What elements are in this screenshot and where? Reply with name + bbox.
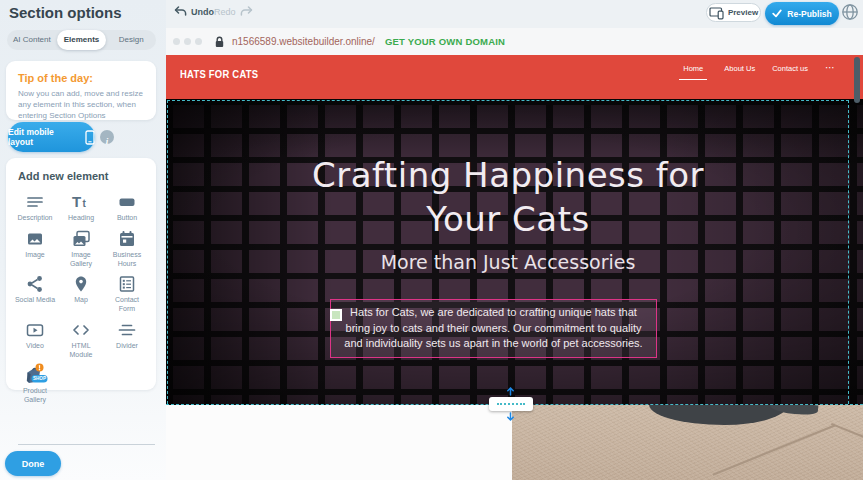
- resize-arrow-down-icon: [505, 412, 516, 421]
- business-hours-icon: [117, 229, 137, 249]
- element-image-gallery[interactable]: Image Gallery: [58, 225, 104, 269]
- preview-button[interactable]: Preview: [706, 3, 761, 22]
- hero-paragraph-text: Hats for Cats, we are dedicated to craft…: [344, 306, 642, 349]
- element-video[interactable]: Video: [12, 316, 58, 360]
- nav-item-home[interactable]: Home: [679, 64, 707, 80]
- description-icon: [25, 192, 45, 212]
- element-contact-form[interactable]: Contact Form: [104, 270, 150, 314]
- edit-mobile-layout-button[interactable]: Edit mobile layout: [8, 122, 95, 152]
- panel-tabs: AI Content Elements Design: [7, 30, 156, 50]
- svg-text:t: t: [83, 198, 87, 209]
- lock-icon: [214, 36, 225, 48]
- divider-icon: [117, 320, 137, 340]
- html-module-icon: [71, 320, 91, 340]
- hero-subheading[interactable]: More than Just Accessories: [166, 251, 850, 273]
- site-header: HATS FOR CATS Home About Us Contact us ⋯: [166, 55, 863, 99]
- hero-heading[interactable]: Crafting Happiness for Your Cats: [166, 154, 850, 241]
- element-divider[interactable]: Divider: [104, 316, 150, 360]
- element-button[interactable]: Button: [104, 188, 150, 223]
- tip-body: Now you can add, move and resize any ele…: [18, 88, 146, 122]
- redo-icon: [240, 6, 253, 17]
- element-grid: Description Tt Heading Button Image Imag…: [6, 184, 156, 409]
- done-button[interactable]: Done: [5, 451, 61, 476]
- page-title: Section options: [9, 4, 122, 21]
- republish-label: Re-Publish: [787, 9, 831, 19]
- element-description[interactable]: Description: [12, 188, 58, 223]
- product-gallery-icon: SHOP: [22, 365, 49, 385]
- divider-line: [18, 444, 155, 445]
- hero-heading-line2: Your Cats: [166, 198, 850, 242]
- undo-button[interactable]: Undo: [174, 6, 214, 17]
- redo-button[interactable]: Redo: [214, 6, 253, 17]
- selection-handle[interactable]: [330, 309, 342, 321]
- element-label: Product Gallery: [14, 387, 56, 405]
- hero-heading-line1: Crafting Happiness for: [166, 154, 850, 198]
- browser-dot: [195, 38, 202, 45]
- social-media-icon: [25, 274, 45, 294]
- element-label: Social Media: [15, 296, 55, 305]
- resize-arrow-up-icon: [505, 387, 516, 396]
- element-label: HTML Module: [60, 342, 102, 360]
- element-product-gallery[interactable]: SHOP Product Gallery: [12, 361, 58, 405]
- tab-elements[interactable]: Elements: [57, 30, 107, 50]
- element-label: Heading: [68, 214, 94, 223]
- section-resize-handle[interactable]: [489, 397, 533, 411]
- preview-scrollbar[interactable]: [854, 57, 860, 103]
- edit-mobile-label: Edit mobile layout: [8, 127, 79, 147]
- globe-icon[interactable]: [841, 3, 859, 21]
- element-label: Contact Form: [106, 296, 148, 314]
- hero-paragraph[interactable]: Hats for Cats, we are dedicated to craft…: [330, 299, 657, 358]
- svg-text:T: T: [72, 193, 81, 210]
- heading-icon: Tt: [71, 192, 91, 212]
- video-icon: [25, 320, 45, 340]
- contact-form-icon: [117, 274, 137, 294]
- drag-dots-icon: [497, 403, 525, 405]
- element-label: Divider: [116, 342, 138, 351]
- pavement-joint: [713, 424, 836, 475]
- element-label: Business Hours: [106, 251, 148, 269]
- tip-title: Tip of the day:: [18, 72, 156, 84]
- phone-icon: [85, 130, 95, 145]
- hero-section: Crafting Happiness for Your Cats More th…: [166, 99, 863, 405]
- element-html-module[interactable]: HTML Module: [58, 316, 104, 360]
- undo-label: Undo: [191, 7, 214, 17]
- preview-label: Preview: [728, 8, 758, 17]
- element-heading[interactable]: Tt Heading: [58, 188, 104, 223]
- tab-ai-content[interactable]: AI Content: [7, 30, 57, 50]
- element-label: Description: [17, 214, 52, 223]
- tab-design[interactable]: Design: [106, 30, 156, 50]
- browser-dot: [173, 38, 180, 45]
- element-image[interactable]: Image: [12, 225, 58, 269]
- browser-address-bar: n1566589.websitebuilder.online/ GET YOUR…: [166, 28, 863, 55]
- undo-icon: [174, 6, 187, 17]
- site-logo[interactable]: HATS FOR CATS: [180, 68, 258, 80]
- element-business-hours[interactable]: Business Hours: [104, 225, 150, 269]
- map-icon: [71, 274, 91, 294]
- nav-more-menu[interactable]: ⋯: [825, 64, 835, 71]
- carpet-image: [512, 405, 863, 480]
- shadow-shape: [645, 405, 790, 425]
- browser-dot: [184, 38, 191, 45]
- tip-of-the-day-card: Tip of the day: Now you can add, move an…: [6, 61, 156, 120]
- element-label: Image Gallery: [60, 251, 102, 269]
- shop-badge-label: SHOP: [32, 377, 45, 382]
- get-domain-link[interactable]: GET YOUR OWN DOMAIN: [385, 36, 505, 47]
- browser-dots: [173, 38, 202, 45]
- nav-item-about-us[interactable]: About Us: [724, 64, 755, 73]
- element-label: Button: [117, 214, 137, 223]
- republish-button[interactable]: Re-Publish: [765, 2, 839, 25]
- element-label: Image: [25, 251, 44, 260]
- element-label: Video: [26, 342, 44, 351]
- website-builder-app: Section options Undo Redo Preview Re-Pub…: [0, 0, 863, 480]
- info-icon[interactable]: [100, 130, 114, 144]
- button-icon: [117, 192, 137, 212]
- element-map[interactable]: Map: [58, 270, 104, 314]
- add-element-card: Add new element Description Tt Heading B…: [6, 158, 156, 390]
- element-social-media[interactable]: Social Media: [12, 270, 58, 314]
- nav-item-contact-us[interactable]: Contact us: [772, 64, 808, 73]
- check-icon: [772, 9, 782, 18]
- element-label: Map: [74, 296, 88, 305]
- section-options-panel: AI Content Elements Design Tip of the da…: [0, 0, 166, 480]
- devices-icon: [709, 6, 724, 20]
- pavement-joint: [831, 423, 863, 439]
